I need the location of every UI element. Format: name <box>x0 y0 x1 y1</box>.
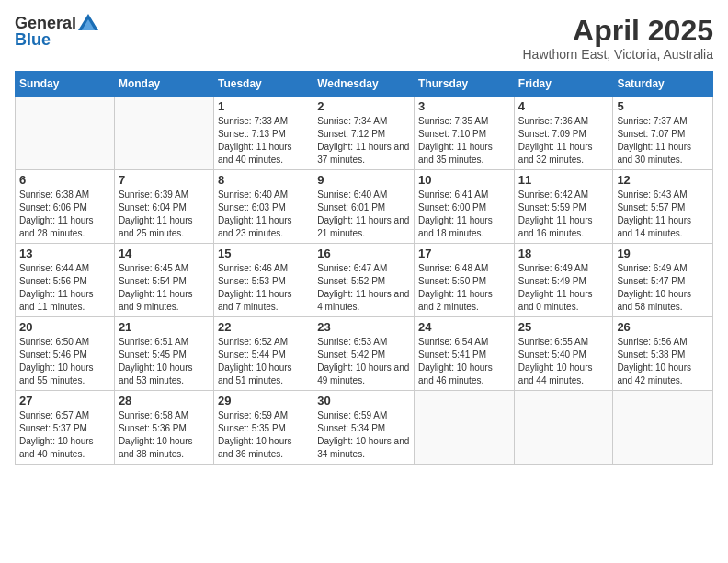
day-number: 23 <box>317 320 410 334</box>
calendar-week-row: 6Sunrise: 6:38 AM Sunset: 6:06 PM Daylig… <box>16 170 713 244</box>
calendar-week-row: 1Sunrise: 7:33 AM Sunset: 7:13 PM Daylig… <box>16 97 713 170</box>
day-number: 28 <box>119 394 210 408</box>
calendar-cell: 10Sunrise: 6:41 AM Sunset: 6:00 PM Dayli… <box>415 170 515 244</box>
day-number: 24 <box>418 320 510 334</box>
day-number: 5 <box>617 99 709 113</box>
day-info: Sunrise: 6:56 AM Sunset: 5:38 PM Dayligh… <box>617 336 709 387</box>
calendar-cell <box>613 391 713 465</box>
day-info: Sunrise: 6:58 AM Sunset: 5:36 PM Dayligh… <box>119 409 210 461</box>
calendar-cell: 1Sunrise: 7:33 AM Sunset: 7:13 PM Daylig… <box>213 97 313 170</box>
day-info: Sunrise: 6:40 AM Sunset: 6:03 PM Dayligh… <box>218 189 309 240</box>
calendar-cell: 6Sunrise: 6:38 AM Sunset: 6:06 PM Daylig… <box>16 170 115 244</box>
calendar-cell: 2Sunrise: 7:34 AM Sunset: 7:12 PM Daylig… <box>313 97 415 170</box>
day-number: 12 <box>617 173 709 187</box>
calendar-cell: 20Sunrise: 6:50 AM Sunset: 5:46 PM Dayli… <box>16 317 115 391</box>
day-number: 3 <box>418 99 510 113</box>
calendar-cell: 13Sunrise: 6:44 AM Sunset: 5:56 PM Dayli… <box>16 244 115 317</box>
day-info: Sunrise: 6:38 AM Sunset: 6:06 PM Dayligh… <box>19 189 110 240</box>
header: General Blue April 2025 Hawthorn East, V… <box>15 15 713 62</box>
calendar-cell: 8Sunrise: 6:40 AM Sunset: 6:03 PM Daylig… <box>213 170 313 244</box>
day-info: Sunrise: 6:45 AM Sunset: 5:54 PM Dayligh… <box>119 262 210 314</box>
logo-icon <box>78 14 98 30</box>
day-number: 26 <box>617 320 709 334</box>
day-info: Sunrise: 6:39 AM Sunset: 6:04 PM Dayligh… <box>119 189 210 240</box>
calendar-cell: 19Sunrise: 6:49 AM Sunset: 5:47 PM Dayli… <box>613 244 713 317</box>
day-info: Sunrise: 6:54 AM Sunset: 5:41 PM Dayligh… <box>418 336 510 387</box>
calendar-cell: 24Sunrise: 6:54 AM Sunset: 5:41 PM Dayli… <box>415 317 515 391</box>
location-subtitle: Hawthorn East, Victoria, Australia <box>522 47 713 62</box>
day-number: 25 <box>518 320 609 334</box>
calendar-cell: 21Sunrise: 6:51 AM Sunset: 5:45 PM Dayli… <box>114 317 213 391</box>
calendar-cell: 29Sunrise: 6:59 AM Sunset: 5:35 PM Dayli… <box>213 391 313 465</box>
header-day-sunday: Sunday <box>16 72 115 97</box>
calendar-week-row: 13Sunrise: 6:44 AM Sunset: 5:56 PM Dayli… <box>16 244 713 317</box>
calendar-cell: 22Sunrise: 6:52 AM Sunset: 5:44 PM Dayli… <box>213 317 313 391</box>
day-info: Sunrise: 6:49 AM Sunset: 5:47 PM Dayligh… <box>617 262 709 314</box>
calendar-cell: 28Sunrise: 6:58 AM Sunset: 5:36 PM Dayli… <box>114 391 213 465</box>
header-day-thursday: Thursday <box>415 72 515 97</box>
day-info: Sunrise: 6:49 AM Sunset: 5:49 PM Dayligh… <box>518 262 609 314</box>
calendar-cell: 16Sunrise: 6:47 AM Sunset: 5:52 PM Dayli… <box>313 244 415 317</box>
day-info: Sunrise: 6:59 AM Sunset: 5:34 PM Dayligh… <box>317 409 410 461</box>
calendar-cell <box>16 97 115 170</box>
header-day-wednesday: Wednesday <box>313 72 415 97</box>
calendar-cell <box>514 391 613 465</box>
day-info: Sunrise: 6:43 AM Sunset: 5:57 PM Dayligh… <box>617 189 709 240</box>
logo: General Blue <box>15 15 98 48</box>
calendar-cell: 27Sunrise: 6:57 AM Sunset: 5:37 PM Dayli… <box>16 391 115 465</box>
day-info: Sunrise: 6:51 AM Sunset: 5:45 PM Dayligh… <box>119 336 210 387</box>
header-day-saturday: Saturday <box>613 72 713 97</box>
day-number: 8 <box>218 173 309 187</box>
header-day-tuesday: Tuesday <box>213 72 313 97</box>
day-info: Sunrise: 6:52 AM Sunset: 5:44 PM Dayligh… <box>218 336 309 387</box>
calendar-cell: 15Sunrise: 6:46 AM Sunset: 5:53 PM Dayli… <box>213 244 313 317</box>
calendar-cell: 4Sunrise: 7:36 AM Sunset: 7:09 PM Daylig… <box>514 97 613 170</box>
day-number: 6 <box>19 173 110 187</box>
calendar-cell: 26Sunrise: 6:56 AM Sunset: 5:38 PM Dayli… <box>613 317 713 391</box>
calendar-cell: 5Sunrise: 7:37 AM Sunset: 7:07 PM Daylig… <box>613 97 713 170</box>
day-number: 11 <box>518 173 609 187</box>
day-number: 10 <box>418 173 510 187</box>
calendar-cell <box>415 391 515 465</box>
calendar-cell: 25Sunrise: 6:55 AM Sunset: 5:40 PM Dayli… <box>514 317 613 391</box>
calendar-cell: 30Sunrise: 6:59 AM Sunset: 5:34 PM Dayli… <box>313 391 415 465</box>
calendar-cell: 14Sunrise: 6:45 AM Sunset: 5:54 PM Dayli… <box>114 244 213 317</box>
day-info: Sunrise: 6:47 AM Sunset: 5:52 PM Dayligh… <box>317 262 410 314</box>
day-info: Sunrise: 6:44 AM Sunset: 5:56 PM Dayligh… <box>19 262 110 314</box>
day-info: Sunrise: 6:48 AM Sunset: 5:50 PM Dayligh… <box>418 262 510 314</box>
day-info: Sunrise: 7:33 AM Sunset: 7:13 PM Dayligh… <box>218 115 309 167</box>
calendar-cell: 11Sunrise: 6:42 AM Sunset: 5:59 PM Dayli… <box>514 170 613 244</box>
header-day-monday: Monday <box>114 72 213 97</box>
day-number: 18 <box>518 247 609 260</box>
calendar-cell: 18Sunrise: 6:49 AM Sunset: 5:49 PM Dayli… <box>514 244 613 317</box>
day-number: 2 <box>317 99 410 113</box>
day-number: 1 <box>218 99 309 113</box>
header-day-friday: Friday <box>514 72 613 97</box>
logo-blue-text: Blue <box>15 31 51 48</box>
day-info: Sunrise: 7:34 AM Sunset: 7:12 PM Dayligh… <box>317 115 410 167</box>
day-info: Sunrise: 6:42 AM Sunset: 5:59 PM Dayligh… <box>518 189 609 240</box>
calendar-table: SundayMondayTuesdayWednesdayThursdayFrid… <box>15 71 713 465</box>
day-info: Sunrise: 6:46 AM Sunset: 5:53 PM Dayligh… <box>218 262 309 314</box>
day-number: 22 <box>218 320 309 334</box>
day-info: Sunrise: 6:53 AM Sunset: 5:42 PM Dayligh… <box>317 336 410 387</box>
day-number: 7 <box>119 173 210 187</box>
calendar-week-row: 20Sunrise: 6:50 AM Sunset: 5:46 PM Dayli… <box>16 317 713 391</box>
day-info: Sunrise: 7:35 AM Sunset: 7:10 PM Dayligh… <box>418 115 510 167</box>
day-number: 21 <box>119 320 210 334</box>
day-number: 9 <box>317 173 410 187</box>
title-area: April 2025 Hawthorn East, Victoria, Aust… <box>522 15 713 62</box>
month-title: April 2025 <box>522 15 713 47</box>
day-info: Sunrise: 6:50 AM Sunset: 5:46 PM Dayligh… <box>19 336 110 387</box>
day-number: 17 <box>418 247 510 260</box>
logo-general-text: General <box>15 15 76 31</box>
day-info: Sunrise: 6:57 AM Sunset: 5:37 PM Dayligh… <box>19 409 110 461</box>
day-number: 16 <box>317 247 410 260</box>
calendar-cell: 3Sunrise: 7:35 AM Sunset: 7:10 PM Daylig… <box>415 97 515 170</box>
day-info: Sunrise: 6:41 AM Sunset: 6:00 PM Dayligh… <box>418 189 510 240</box>
calendar-cell: 7Sunrise: 6:39 AM Sunset: 6:04 PM Daylig… <box>114 170 213 244</box>
calendar-cell: 12Sunrise: 6:43 AM Sunset: 5:57 PM Dayli… <box>613 170 713 244</box>
calendar-header-row: SundayMondayTuesdayWednesdayThursdayFrid… <box>16 72 713 97</box>
day-info: Sunrise: 6:40 AM Sunset: 6:01 PM Dayligh… <box>317 189 410 240</box>
day-number: 13 <box>19 247 110 260</box>
